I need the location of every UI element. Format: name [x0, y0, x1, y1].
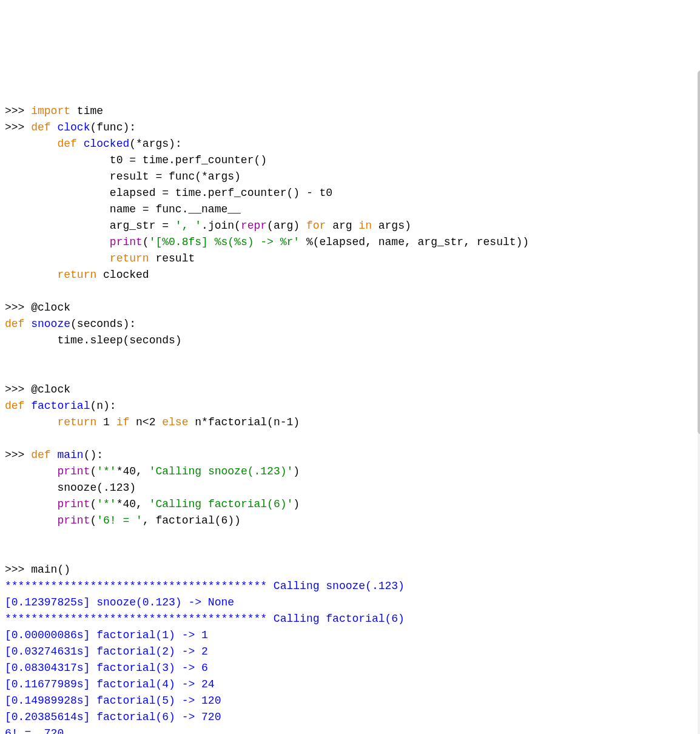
token-default	[5, 465, 57, 477]
code-line: [0.00000086s] factorial(1) -> 1	[5, 627, 700, 644]
code-line	[5, 349, 700, 365]
code-line: >>> import time	[5, 103, 700, 120]
code-area[interactable]: >>> import time>>> def clock(func): def …	[5, 103, 700, 734]
token-default: clocked	[96, 269, 149, 281]
token-funcname: clock	[57, 121, 90, 133]
token-default: main()	[31, 564, 70, 576]
code-line: def clocked(*args):	[5, 136, 700, 152]
token-output: ****************************************…	[5, 613, 405, 625]
token-default: @clock	[31, 301, 70, 314]
token-keyword: def	[31, 121, 50, 133]
token-output: 6! = 720	[5, 727, 64, 734]
code-line	[5, 283, 700, 300]
token-default: .join(	[201, 220, 241, 232]
token-output: ****************************************…	[5, 580, 405, 592]
token-default: name = func.__name__	[5, 203, 241, 215]
code-line: def factorial(n):	[5, 398, 700, 414]
token-default: (func):	[90, 121, 136, 133]
token-default	[5, 514, 57, 527]
token-default: (	[90, 498, 96, 510]
code-line: 6! = 720	[5, 726, 700, 734]
token-prompt: >>>	[5, 383, 31, 396]
token-funcname: factorial	[31, 400, 90, 412]
token-default: )	[293, 465, 300, 477]
token-default	[5, 416, 57, 428]
token-default	[5, 236, 110, 248]
token-keyword: return	[57, 269, 96, 281]
token-default	[5, 252, 110, 264]
token-default: time.sleep(seconds)	[5, 334, 182, 346]
token-keyword: def	[5, 318, 24, 330]
token-output: [0.11677989s] factorial(4) -> 24	[5, 678, 215, 690]
token-default: elapsed = time.perf_counter() - t0	[5, 187, 332, 199]
code-line: def snooze(seconds):	[5, 316, 700, 332]
token-builtin: print	[110, 236, 143, 248]
token-default: (	[90, 465, 96, 477]
token-default: @clock	[31, 383, 70, 396]
token-default: time	[70, 105, 103, 117]
token-default	[24, 400, 31, 412]
token-default: result	[149, 252, 195, 264]
token-output: [0.12397825s] snooze(0.123) -> None	[5, 596, 234, 608]
token-default: result = func(*args)	[5, 170, 241, 183]
scrollbar-thumb[interactable]	[698, 70, 700, 434]
token-default: *40,	[116, 498, 149, 510]
code-line: print('6! = ', factorial(6))	[5, 513, 700, 529]
token-string: '*'	[96, 465, 116, 477]
token-default: arg	[326, 220, 358, 232]
token-output: [0.00000086s] factorial(1) -> 1	[5, 629, 208, 641]
token-default	[5, 138, 57, 150]
code-line: >>> def clock(func):	[5, 120, 700, 136]
code-line: print('*'*40, 'Calling factorial(6)')	[5, 496, 700, 513]
token-default: , factorial(6))	[143, 514, 241, 527]
token-default	[51, 121, 58, 133]
scrollbar-track[interactable]	[698, 70, 700, 734]
code-line: time.sleep(seconds)	[5, 332, 700, 349]
token-prompt: >>>	[5, 105, 31, 117]
code-line: ****************************************…	[5, 611, 700, 627]
token-default: (*args):	[129, 138, 181, 150]
token-funcname: main	[57, 449, 83, 461]
token-default: (arg)	[267, 220, 306, 232]
token-default: (	[90, 514, 96, 527]
code-line: return 1 if n<2 else n*factorial(n-1)	[5, 414, 700, 431]
token-default: arg_str =	[5, 220, 175, 232]
code-line: [0.03274631s] factorial(2) -> 2	[5, 644, 700, 660]
code-line: t0 = time.perf_counter()	[5, 152, 700, 169]
code-line: [0.14989928s] factorial(5) -> 120	[5, 693, 700, 709]
token-prompt: >>>	[5, 121, 31, 133]
code-line: name = func.__name__	[5, 201, 700, 218]
python-repl-container: >>> import time>>> def clock(func): def …	[5, 70, 700, 734]
code-line: return clocked	[5, 267, 700, 283]
token-default: (	[143, 236, 149, 248]
token-keyword: else	[162, 416, 188, 428]
token-default	[5, 367, 57, 379]
token-default: snooze(.123)	[5, 482, 136, 494]
token-default: %(elapsed, name, arg_str, result))	[300, 236, 529, 248]
token-output: [0.08304317s] factorial(3) -> 6	[5, 662, 208, 674]
token-output: [0.03274631s] factorial(2) -> 2	[5, 645, 208, 658]
token-default: args)	[372, 220, 411, 232]
token-default: )	[293, 498, 300, 510]
code-line: return result	[5, 251, 700, 267]
token-default	[77, 138, 84, 150]
token-keyword: in	[358, 220, 372, 232]
token-builtin: repr	[241, 220, 267, 232]
token-default	[5, 269, 57, 281]
token-default: (n):	[90, 400, 116, 412]
token-default	[51, 449, 58, 461]
token-output: [0.14989928s] factorial(5) -> 120	[5, 695, 221, 707]
code-line: >>> def main():	[5, 447, 700, 463]
token-keyword: import	[31, 105, 70, 117]
code-line: print('[%0.8fs] %s(%s) -> %r' %(elapsed,…	[5, 234, 700, 251]
token-default: (seconds):	[70, 318, 136, 330]
token-keyword: for	[306, 220, 326, 232]
code-line: [0.20385614s] factorial(6) -> 720	[5, 709, 700, 726]
token-funcname: clocked	[84, 138, 130, 150]
token-default	[24, 318, 31, 330]
token-string: 'Calling factorial(6)'	[149, 498, 294, 510]
token-string: '*'	[96, 498, 116, 510]
token-keyword: return	[110, 252, 149, 264]
token-keyword: def	[5, 400, 24, 412]
code-line: >>> main()	[5, 562, 700, 578]
